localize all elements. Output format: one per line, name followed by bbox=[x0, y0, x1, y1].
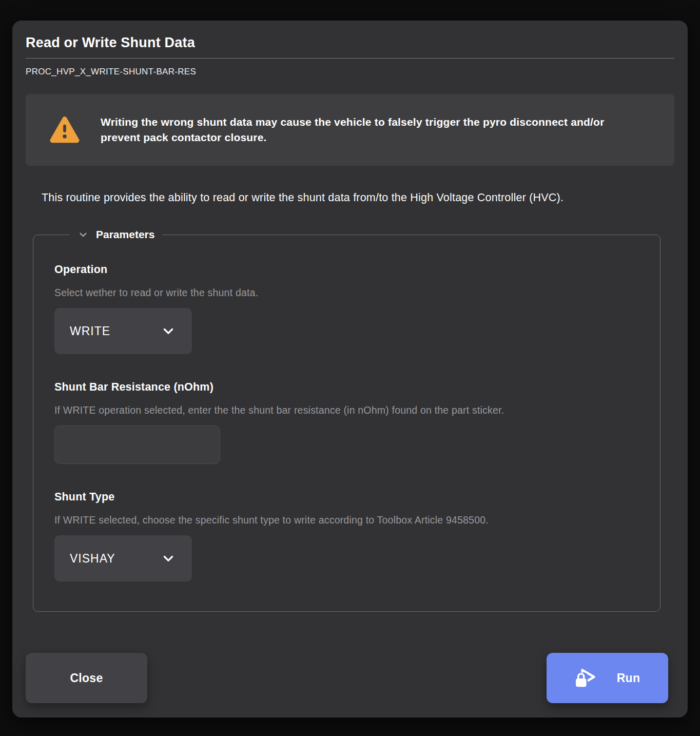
chevron-down-icon bbox=[161, 551, 176, 566]
shunt-bar-resistance-field-group: Shunt Bar Resistance (nOhm) If WRITE ope… bbox=[54, 381, 639, 464]
run-button-label: Run bbox=[617, 671, 640, 685]
close-button[interactable]: Close bbox=[26, 653, 147, 703]
warning-text: Writing the wrong shunt data may cause t… bbox=[101, 114, 624, 145]
page-title: Read or Write Shunt Data bbox=[26, 33, 674, 51]
parameters-section-toggle[interactable]: Parameters bbox=[69, 228, 163, 241]
operation-label: Operation bbox=[54, 263, 639, 276]
procedure-code: PROC_HVP_X_WRITE-SHUNT-BAR-RES bbox=[26, 67, 674, 77]
shunt-type-help-text: If WRITE selected, choose the specific s… bbox=[54, 514, 639, 526]
operation-select[interactable]: WRITE bbox=[54, 308, 192, 354]
warning-banner: Writing the wrong shunt data may cause t… bbox=[26, 94, 674, 166]
routine-description: This routine provides the ability to rea… bbox=[42, 190, 619, 206]
operation-field-group: Operation Select wether to read or write… bbox=[54, 263, 639, 354]
dialog-footer: Close Run bbox=[26, 653, 674, 703]
warning-triangle-icon bbox=[49, 116, 80, 144]
operation-select-value: WRITE bbox=[70, 324, 110, 338]
run-button[interactable]: Run bbox=[547, 653, 668, 703]
shunt-type-select-value: VISHAY bbox=[70, 552, 115, 566]
locked-play-icon bbox=[575, 667, 598, 689]
shunt-bar-resistance-input[interactable] bbox=[54, 425, 220, 464]
close-button-label: Close bbox=[70, 671, 103, 685]
parameters-section: Parameters Operation Select wether to re… bbox=[33, 228, 660, 612]
shunt-type-label: Shunt Type bbox=[54, 491, 639, 503]
chevron-down-icon bbox=[77, 229, 89, 240]
operation-help-text: Select wether to read or write the shunt… bbox=[54, 287, 639, 299]
shunt-type-select[interactable]: VISHAY bbox=[54, 535, 192, 582]
shunt-type-field-group: Shunt Type If WRITE selected, choose the… bbox=[54, 491, 639, 582]
parameters-section-label: Parameters bbox=[96, 228, 154, 241]
title-divider bbox=[26, 58, 674, 59]
chevron-down-icon bbox=[161, 324, 176, 338]
shunt-bar-resistance-label: Shunt Bar Resistance (nOhm) bbox=[54, 381, 639, 394]
shunt-bar-resistance-help-text: If WRITE operation selected, enter the t… bbox=[54, 404, 639, 416]
run-procedure-dialog: Read or Write Shunt Data PROC_HVP_X_WRIT… bbox=[12, 21, 688, 718]
